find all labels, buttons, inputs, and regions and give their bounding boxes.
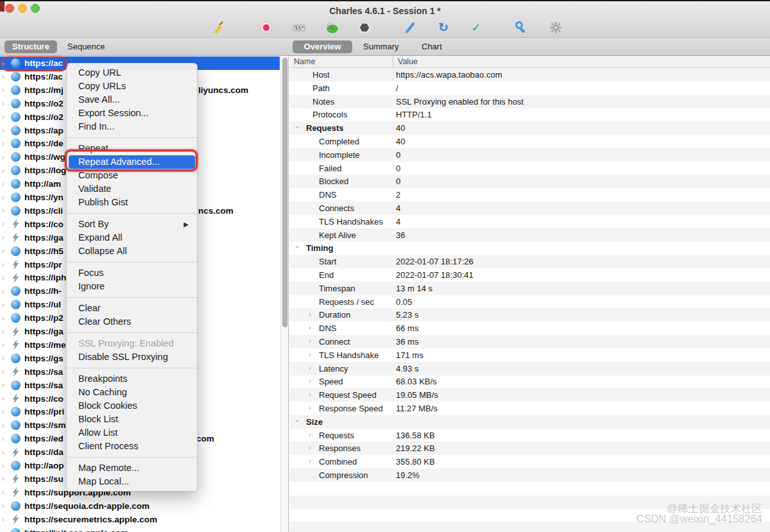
table-row-response-speed[interactable]: ›Response Speed11.27 MB/s bbox=[289, 402, 770, 415]
tree-row-https-sequoia-cdn-apple-com[interactable]: ›https://sequoia.cdn-apple.com bbox=[0, 499, 280, 513]
throttle-icon[interactable] bbox=[291, 20, 307, 35]
table-row-end[interactable]: End2022-01-07 18:30:41 bbox=[289, 268, 770, 282]
table-row-dns[interactable]: DNS2 bbox=[289, 188, 770, 202]
menu-item-save-all[interactable]: Save All... bbox=[67, 93, 197, 107]
disclosure-chevron-icon[interactable]: › bbox=[2, 287, 10, 295]
disclosure-chevron-icon[interactable]: › bbox=[2, 139, 10, 148]
disclosure-chevron-icon[interactable]: › bbox=[2, 180, 10, 188]
menu-item-publish-gist[interactable]: Publish Gist bbox=[67, 196, 197, 209]
section-collapse-chevron-icon[interactable]: › bbox=[294, 126, 302, 128]
disclosure-chevron-icon[interactable]: › bbox=[2, 327, 10, 336]
row-expand-chevron-icon[interactable]: › bbox=[309, 323, 311, 331]
section-collapse-chevron-icon[interactable]: › bbox=[294, 420, 302, 422]
tab-overview[interactable]: Overview bbox=[293, 40, 352, 53]
row-expand-chevron-icon[interactable]: › bbox=[309, 337, 311, 345]
disclosure-chevron-icon[interactable]: › bbox=[2, 314, 10, 322]
clear-broom-icon[interactable] bbox=[210, 20, 226, 35]
menu-item-map-remote[interactable]: Map Remote... bbox=[67, 461, 197, 475]
table-row-compression[interactable]: Compression19.2% bbox=[289, 468, 770, 482]
table-row-path[interactable]: Path/ bbox=[289, 82, 770, 95]
row-expand-chevron-icon[interactable]: › bbox=[309, 404, 311, 411]
disclosure-chevron-icon[interactable]: › bbox=[2, 86, 10, 94]
disclosure-chevron-icon[interactable]: › bbox=[2, 448, 10, 456]
row-expand-chevron-icon[interactable]: › bbox=[309, 443, 311, 451]
table-row-protocols[interactable]: ProtocolsHTTP/1.1 bbox=[289, 108, 770, 121]
table-row-host[interactable]: Hosthttps://acs.wapa.taobao.com bbox=[289, 68, 770, 82]
table-row-duration[interactable]: ›Duration5.23 s bbox=[289, 308, 770, 322]
menu-item-copy-url[interactable]: Copy URL bbox=[67, 66, 197, 80]
disclosure-chevron-icon[interactable]: › bbox=[2, 408, 10, 416]
disclosure-chevron-icon[interactable]: › bbox=[2, 528, 10, 532]
repeat-icon[interactable]: ↻ bbox=[436, 20, 451, 35]
table-row-connect[interactable]: ›Connect36 ms bbox=[289, 335, 770, 348]
column-header-value[interactable]: Value bbox=[398, 57, 418, 66]
table-row-requests[interactable]: ›Requests136.58 KB bbox=[289, 429, 770, 442]
disclosure-chevron-icon[interactable]: › bbox=[2, 300, 10, 309]
section-collapse-chevron-icon[interactable]: › bbox=[294, 246, 302, 249]
table-row-failed[interactable]: Failed0 bbox=[289, 162, 770, 175]
table-row-timespan[interactable]: Timespan13 m 14 s bbox=[289, 282, 770, 295]
disclosure-chevron-icon[interactable]: › bbox=[2, 166, 10, 175]
record-icon[interactable] bbox=[259, 20, 274, 35]
menu-item-clear-others[interactable]: Clear Others bbox=[67, 315, 197, 329]
disclosure-chevron-icon[interactable]: › bbox=[2, 73, 10, 81]
table-row-request-speed[interactable]: ›Request Speed19.05 MB/s bbox=[289, 388, 770, 402]
compose-pen-icon[interactable] bbox=[403, 20, 418, 35]
tree-scrollbar-track[interactable] bbox=[280, 56, 289, 532]
menu-item-repeat[interactable]: Repeat bbox=[67, 142, 197, 155]
disclosure-chevron-icon[interactable]: › bbox=[2, 153, 10, 161]
menu-item-export-session[interactable]: Export Session... bbox=[67, 107, 197, 120]
tree-row-https-securemetrics-apple-com[interactable]: ›https://securemetrics.apple.com bbox=[0, 513, 280, 526]
table-row-incomplete[interactable]: Incomplete0 bbox=[289, 148, 770, 162]
disclosure-chevron-icon[interactable]: › bbox=[2, 461, 10, 470]
menu-item-validate[interactable]: Validate bbox=[67, 182, 197, 196]
menu-item-collapse-all[interactable]: Collapse All bbox=[67, 245, 197, 258]
disclosure-chevron-icon[interactable]: › bbox=[2, 246, 10, 255]
column-header-name[interactable]: Name bbox=[294, 57, 315, 66]
disclosure-chevron-icon[interactable]: › bbox=[2, 354, 10, 363]
menu-item-no-caching[interactable]: No Caching bbox=[67, 386, 197, 399]
disclosure-chevron-icon[interactable]: › bbox=[2, 381, 10, 389]
validate-check-icon[interactable]: ✓ bbox=[468, 20, 484, 35]
table-row-speed[interactable]: ›Speed68.03 KB/s bbox=[289, 375, 770, 388]
table-row-kept-alive[interactable]: Kept Alive36 bbox=[289, 228, 770, 242]
tab-chart[interactable]: Chart bbox=[422, 42, 442, 51]
column-divider[interactable] bbox=[393, 56, 393, 68]
disclosure-chevron-icon[interactable]: › bbox=[2, 207, 10, 215]
menu-item-compose[interactable]: Compose bbox=[67, 169, 197, 182]
table-row-tls-handshakes[interactable]: TLS Handshakes4 bbox=[289, 215, 770, 228]
menu-item-allow-list[interactable]: Allow List bbox=[67, 426, 197, 440]
disclosure-chevron-icon[interactable]: › bbox=[2, 502, 10, 510]
menu-item-find-in[interactable]: Find In... bbox=[67, 120, 197, 133]
menu-item-expand-all[interactable]: Expand All bbox=[67, 231, 197, 245]
disclosure-chevron-icon[interactable]: › bbox=[2, 434, 10, 443]
menu-item-repeat-advanced[interactable]: Repeat Advanced... bbox=[69, 155, 195, 169]
menu-item-clear[interactable]: Clear bbox=[67, 302, 197, 315]
row-expand-chevron-icon[interactable]: › bbox=[309, 310, 311, 318]
table-row-tls-handshake[interactable]: ›TLS Handshake171 ms bbox=[289, 348, 770, 362]
disclosure-chevron-icon[interactable]: › bbox=[2, 273, 10, 282]
row-expand-chevron-icon[interactable]: › bbox=[309, 350, 311, 358]
row-expand-chevron-icon[interactable]: › bbox=[309, 457, 311, 465]
menu-item-focus[interactable]: Focus bbox=[67, 266, 197, 280]
tab-sequence[interactable]: Sequence bbox=[67, 42, 105, 51]
table-row-notes[interactable]: NotesSSL Proxying enabled for this host bbox=[289, 95, 770, 108]
table-row-latency[interactable]: ›Latency4.93 s bbox=[289, 362, 770, 375]
menu-item-sort-by[interactable]: Sort By▶ bbox=[67, 218, 197, 231]
menu-item-breakpoints[interactable]: Breakpoints bbox=[67, 372, 197, 386]
table-row-responses[interactable]: ›Responses219.22 KB bbox=[289, 442, 770, 455]
tools-wrench-icon[interactable] bbox=[514, 20, 529, 35]
disclosure-chevron-icon[interactable]: › bbox=[2, 260, 10, 268]
disclosure-chevron-icon[interactable]: › bbox=[2, 112, 10, 121]
table-row-dns[interactable]: ›DNS66 ms bbox=[289, 322, 770, 335]
disclosure-chevron-icon[interactable]: › bbox=[2, 341, 10, 349]
disclosure-chevron-icon[interactable]: › bbox=[2, 59, 10, 67]
row-expand-chevron-icon[interactable]: › bbox=[309, 390, 311, 398]
disclosure-chevron-icon[interactable]: › bbox=[2, 394, 10, 402]
tree-row-https-init-ess-apple-com[interactable]: ›https://init.ess.apple.com bbox=[0, 526, 280, 532]
disclosure-chevron-icon[interactable]: › bbox=[2, 488, 10, 497]
breakpoints-hexagon-icon[interactable] bbox=[357, 20, 372, 35]
disclosure-chevron-icon[interactable]: › bbox=[2, 220, 10, 228]
tab-summary[interactable]: Summary bbox=[363, 42, 399, 51]
disclosure-chevron-icon[interactable]: › bbox=[2, 126, 10, 134]
